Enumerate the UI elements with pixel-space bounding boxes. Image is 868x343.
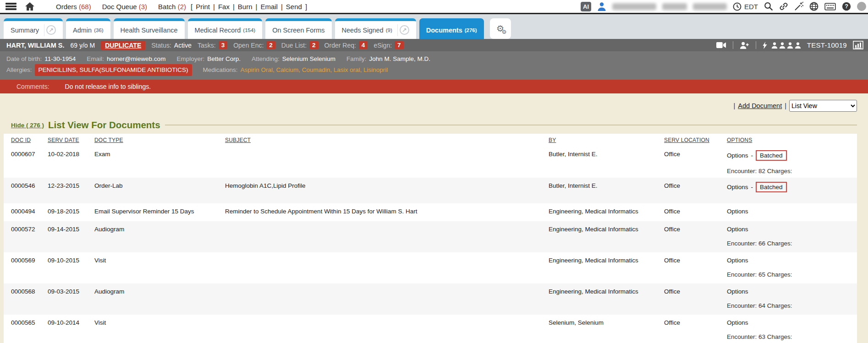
add-person-icon[interactable] — [740, 42, 749, 49]
view-mode-select[interactable]: List View — [789, 100, 857, 112]
video-camera-icon[interactable] — [716, 42, 726, 49]
order-req-count-badge[interactable]: 4 — [359, 41, 368, 49]
svg-text:?: ? — [845, 3, 848, 10]
menu-item-doc-queue[interactable]: Doc Queue (3) — [102, 3, 147, 11]
patient-age-sex: 69 y/o M — [70, 42, 95, 49]
options-link[interactable]: Options — [727, 288, 748, 295]
tasks-count-badge[interactable]: 3 — [219, 41, 228, 49]
action-send[interactable]: Send — [286, 3, 302, 11]
tab-on-screen-forms[interactable]: On Screen Forms — [265, 18, 331, 39]
bracket: [ — [191, 3, 192, 11]
medication-link[interactable]: Calcium — [276, 66, 302, 73]
patient-id: TEST-10019 — [807, 41, 847, 49]
due-list-label: Due List: — [281, 42, 307, 49]
ai-badge[interactable]: AI — [581, 2, 591, 11]
user-icon[interactable] — [597, 2, 606, 11]
doc-id: 0000494 — [4, 203, 48, 221]
serv-location: Office — [664, 221, 727, 252]
open-enc-count-badge[interactable]: 2 — [266, 41, 275, 49]
by: Engineering, Medical Informatics — [549, 203, 664, 221]
clock-icon[interactable] — [733, 2, 742, 11]
options-cell: Options Encounter: 65 Charges: — [727, 252, 857, 283]
patient-details-row-1: Date of birth:11-30-1954 Email:horner@mi… — [6, 54, 862, 64]
section-heading: Hide ( 276 ) List View For Documents — [11, 120, 857, 131]
col-options[interactable]: OPTIONS — [727, 137, 857, 143]
by: Butler, Internist E. — [549, 146, 664, 178]
subject — [225, 146, 549, 178]
duplicate-badge[interactable]: DUPLICATE — [101, 41, 145, 50]
link-icon[interactable] — [779, 2, 788, 11]
action-email[interactable]: Email — [260, 3, 278, 11]
action-print[interactable]: Print — [196, 3, 210, 11]
add-document-link[interactable]: Add Document — [738, 102, 782, 109]
attending-value: Selenium Selenium — [282, 54, 335, 64]
documents-toolbar: | Add Document | List View — [11, 100, 857, 112]
tab-admin[interactable]: Admin(36) — [66, 18, 110, 39]
serv-location: Office — [664, 252, 727, 283]
tab-summary[interactable]: Summary ↗ — [4, 18, 63, 39]
by: Engineering, Medical Informatics — [549, 283, 664, 315]
menu-item-batch[interactable]: Batch (2) — [158, 3, 186, 11]
menu-item-orders[interactable]: Orders (68) — [56, 3, 91, 11]
options-link[interactable]: Options — [727, 207, 748, 215]
pipe: | — [785, 102, 786, 109]
allergies-label: Allergies: — [6, 65, 32, 75]
col-doc-type[interactable]: DOC TYPE — [94, 137, 225, 143]
col-by[interactable]: BY — [549, 137, 664, 143]
search-icon[interactable] — [764, 2, 773, 11]
options-cell: Options-Batched — [727, 178, 857, 203]
medication-link[interactable]: Lasix oral — [334, 66, 363, 73]
menu-icon[interactable] — [5, 3, 16, 10]
subject — [225, 221, 549, 252]
action-burn[interactable]: Burn — [238, 3, 253, 11]
doc-id: 0000565 — [4, 315, 48, 343]
chart-stats-icon[interactable] — [853, 41, 863, 49]
doc-id: 0000569 — [4, 252, 48, 283]
table-row: 0000494 09-18-2015 Email Supervisor Remi… — [4, 203, 857, 221]
serv-location: Office — [664, 315, 727, 343]
table-header-row: DOC ID SERV DATE DOC TYPE SUBJECT BY SER… — [4, 134, 857, 146]
subject: Hemoglobin A1C,Lipid Profile — [225, 178, 549, 203]
patients-group-icon[interactable] — [771, 42, 801, 49]
tab-settings-button[interactable]: ⚙ ⚙ — [490, 18, 511, 39]
open-new-window-icon[interactable]: ↗ — [46, 25, 56, 35]
hide-link[interactable]: Hide ( 276 ) — [11, 122, 44, 129]
home-icon[interactable] — [25, 2, 35, 11]
tab-health-surveillance[interactable]: Health Surveillance — [114, 18, 185, 39]
doc-type: Order-Lab — [94, 178, 225, 203]
options-link[interactable]: Options — [727, 256, 748, 264]
options-link[interactable]: Options — [727, 183, 748, 191]
serv-date: 09-18-2015 — [48, 203, 94, 221]
options-cell: Options — [727, 203, 857, 221]
tab-needs-signed[interactable]: Needs Signed(9) ↗ — [335, 18, 416, 39]
lightning-bolt-icon[interactable] — [763, 42, 767, 49]
patient-details: Date of birth:11-30-1954 Email:horner@mi… — [0, 51, 868, 80]
tab-medical-record[interactable]: Medical Record(154) — [188, 18, 263, 39]
help-icon[interactable]: ? — [842, 2, 851, 11]
col-doc-id[interactable]: DOC ID — [4, 137, 48, 143]
medication-link[interactable]: Coumadin — [302, 66, 334, 73]
subject: Reminder to Schedule Appointment Within … — [225, 203, 549, 221]
keyboard-icon[interactable] — [824, 3, 836, 11]
esign-count-badge[interactable]: 7 — [395, 41, 404, 49]
action-fax[interactable]: Fax — [218, 3, 230, 11]
globe-icon[interactable] — [809, 2, 819, 11]
col-serv-date[interactable]: SERV DATE — [48, 137, 94, 143]
medication-link[interactable]: Aspirin Oral — [240, 66, 276, 73]
col-serv-location[interactable]: SERV LOCATION — [664, 137, 727, 143]
open-new-window-icon[interactable]: ↗ — [400, 25, 409, 35]
options-link[interactable]: Options — [727, 152, 748, 159]
due-list-count-badge[interactable]: 2 — [309, 41, 319, 49]
avatar[interactable] — [857, 2, 866, 11]
batch-actions: [ Print | Fax | Burn | Email | Send ] — [191, 3, 307, 11]
doc-type: Email Supervisor Reminder 15 Days — [94, 203, 225, 221]
medication-link[interactable]: Lisinopril — [363, 66, 388, 73]
allergies-badge[interactable]: PENICILLINS, SULFA(SULFONAMIDE ANTIBIOTI… — [35, 64, 192, 76]
tab-documents[interactable]: Documents(276) — [419, 18, 484, 39]
options-link[interactable]: Options — [727, 225, 748, 233]
options-link[interactable]: Options — [727, 319, 748, 327]
col-subject[interactable]: SUBJECT — [225, 137, 549, 143]
table-row: 0000568 09-03-2015 Audiogram Engineering… — [4, 283, 857, 315]
magic-wand-icon[interactable] — [794, 2, 803, 11]
doc-id: 0000546 — [4, 178, 48, 203]
